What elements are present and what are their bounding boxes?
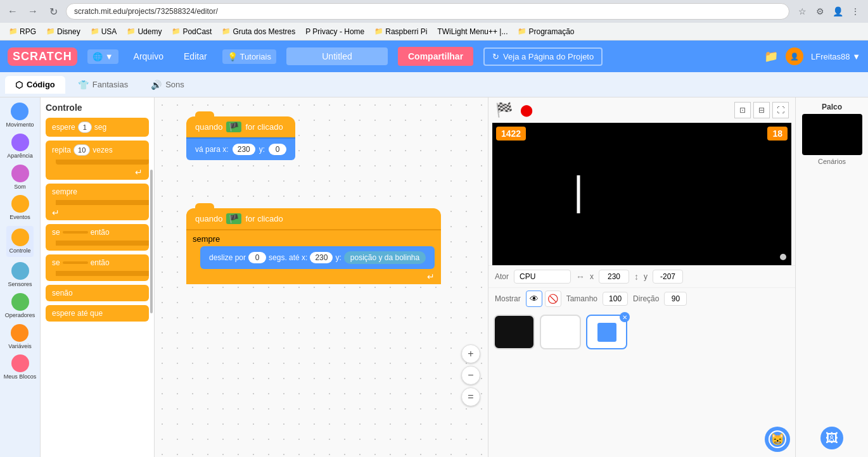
bookmark-podcast[interactable]: 📁 PodCast <box>168 26 215 37</box>
bookmark-gruta[interactable]: 📁 Gruta dos Mestres <box>218 26 299 37</box>
sprite-thumb-3[interactable]: ✕ <box>586 315 627 349</box>
category-controle[interactable]: Controle <box>6 226 33 257</box>
eventos-label: Eventos <box>10 214 30 221</box>
block-se-entao-2[interactable]: se então <box>46 254 149 281</box>
deslize-input-1[interactable]: 0 <box>248 252 266 263</box>
deslize-input-2[interactable]: 230 <box>310 252 333 263</box>
menu-dots[interactable]: ⋮ <box>848 4 863 19</box>
extensions[interactable]: ⚙ <box>812 4 827 19</box>
bookmark-usa[interactable]: 📁 USA <box>87 26 121 37</box>
bookmark-raspberri[interactable]: 📁 Raspberri Pi <box>371 26 431 37</box>
hat-block-1[interactable]: quando 🏴 for clicado <box>186 116 295 137</box>
sprite-thumb-2[interactable] <box>540 315 581 349</box>
bookmark-twilight[interactable]: TWiLight Menu++ |... <box>433 26 511 37</box>
block-espere-ate[interactable]: espere até que <box>46 305 149 322</box>
tab-codigo[interactable]: ⬡ Código <box>5 76 65 94</box>
stop-button[interactable]: ⬤ <box>518 101 535 119</box>
menu-editar[interactable]: Editar <box>179 49 212 64</box>
block-senao[interactable]: senão <box>46 285 149 301</box>
category-som[interactable]: Som <box>11 165 29 191</box>
operadores-dot <box>11 293 29 311</box>
layout-small-button[interactable]: ⊡ <box>734 102 751 118</box>
project-title-input[interactable] <box>286 47 388 65</box>
add-backdrop-button[interactable]: 🖼 <box>820 427 843 449</box>
meus-blocos-dot <box>11 354 29 372</box>
bookmark-disney[interactable]: 📁 Disney <box>42 26 84 37</box>
show-hidden-button[interactable]: 🚫 <box>545 291 561 307</box>
editor-tabs: ⬡ Código 👕 Fantasias 🔊 Sons <box>0 72 868 97</box>
flag-green-1: 🏴 <box>226 122 241 132</box>
browser-actions: ☆ ⚙ 👤 ⋮ <box>795 4 863 19</box>
quando-text-2: quando <box>195 214 222 223</box>
share-button[interactable]: Compartilhar <box>398 47 473 66</box>
view-project-button[interactable]: ↻ Veja a Página do Projeto <box>483 47 603 66</box>
sprite-list: ✕ <box>494 312 790 349</box>
back-button[interactable]: ← <box>5 4 20 19</box>
x-input-1[interactable]: 230 <box>233 144 255 155</box>
sprite-thumb-1[interactable] <box>494 315 535 349</box>
y-label-1: y: <box>259 145 265 154</box>
category-meus-blocos[interactable]: Meus Blocos <box>4 354 37 380</box>
bookmark-rpg[interactable]: 📁 RPG <box>5 26 40 37</box>
user-name[interactable]: LFreitas88 ▼ <box>811 52 860 61</box>
hat-block-2[interactable]: quando 🏴 for clicado <box>186 208 441 229</box>
green-flag-button[interactable]: 🏁 <box>495 101 513 119</box>
scratch-logo[interactable]: SCRATCH <box>8 47 77 66</box>
y-input-1[interactable]: 0 <box>269 144 286 155</box>
editor-main: Movimento Aparência Som Eventos Controle… <box>0 97 868 457</box>
block-se-entao[interactable]: se então <box>46 224 149 251</box>
bookmark-programacao[interactable]: 📁 Programação <box>514 26 578 37</box>
stage-canvas: 1422 18 <box>492 123 791 265</box>
bookmark-udemy[interactable]: 📁 Udemy <box>123 26 165 37</box>
language-selector[interactable]: 🌐 ▼ <box>87 49 118 64</box>
forward-button[interactable]: → <box>25 4 41 19</box>
y-coord-input[interactable] <box>653 270 683 284</box>
category-sensores[interactable]: Sensores <box>8 262 32 288</box>
tab-sons[interactable]: 🔊 Sons <box>141 76 195 94</box>
sprite-delete-btn[interactable]: ✕ <box>620 312 630 322</box>
bookmark-privacy[interactable]: P Privacy - Home <box>302 26 368 37</box>
cmd-goto-xy[interactable]: vá para x: 230 y: 0 <box>186 137 295 160</box>
sprite-name-input[interactable] <box>514 270 571 284</box>
bookmarks-bar: 📁 RPG 📁 Disney 📁 USA 📁 Udemy 📁 PodCast 📁… <box>0 23 868 41</box>
user-avatar[interactable]: 👤 <box>786 47 803 65</box>
block-sempre[interactable]: sempre ↵ <box>46 184 149 220</box>
category-movimento[interactable]: Movimento <box>6 103 34 128</box>
right-panel: Palco Cenários 🖼 <box>795 97 868 457</box>
tab-fantasias[interactable]: 👕 Fantasias <box>68 76 138 94</box>
address-bar[interactable]: scratch.mit.edu/projects/732588324/edito… <box>66 3 789 20</box>
sempre-arrow: ↵ <box>427 272 435 282</box>
menu-tutoriais[interactable]: 💡 Tutoriais <box>222 49 276 64</box>
deslize-block[interactable]: deslize por 0 segs. até x: 230 y: posiçã… <box>200 246 435 269</box>
code-area[interactable]: quando 🏴 for clicado vá para x: 230 y: 0… <box>155 97 488 457</box>
sempre-block[interactable]: sempre deslize por 0 segs. até x: 230 y:… <box>186 229 441 284</box>
layout-normal-button[interactable]: ⊟ <box>753 102 770 118</box>
y-sep: y: <box>335 253 341 262</box>
block-espere-seg[interactable]: espere 1 seg <box>46 118 149 137</box>
palco-label: Palco <box>798 100 865 114</box>
zoom-fit-button[interactable]: = <box>461 387 480 406</box>
zoom-out-button[interactable]: − <box>461 366 480 385</box>
profile[interactable]: 👤 <box>830 4 845 19</box>
save-folder-icon[interactable]: 📁 <box>764 49 778 63</box>
scenery-list <box>798 168 865 427</box>
stage-mini-thumb[interactable] <box>802 114 862 155</box>
menu-arquivo[interactable]: Arquivo <box>129 49 169 64</box>
category-operadores[interactable]: Operadores <box>5 293 35 319</box>
category-aparencia[interactable]: Aparência <box>7 134 33 160</box>
category-eventos[interactable]: Eventos <box>10 195 30 221</box>
x-coord-input[interactable] <box>599 270 629 284</box>
tamanho-input[interactable] <box>603 292 628 306</box>
zoom-in-button[interactable]: + <box>461 344 480 363</box>
bookmark-star[interactable]: ☆ <box>795 4 810 19</box>
show-visible-button[interactable]: 👁 <box>526 291 542 307</box>
block-repita[interactable]: repita 10 vezes ↵ <box>46 141 149 180</box>
meus-blocos-label: Meus Blocos <box>4 373 37 380</box>
reload-button[interactable]: ↻ <box>46 4 61 19</box>
layout-fullscreen-button[interactable]: ⛶ <box>772 102 789 118</box>
deslize-text: deslize por <box>209 253 246 262</box>
category-variaveis[interactable]: Variáveis <box>8 324 31 350</box>
direcao-input[interactable] <box>664 292 687 306</box>
eventos-dot <box>11 195 29 213</box>
add-sprite-button[interactable]: 😸 <box>765 427 790 452</box>
